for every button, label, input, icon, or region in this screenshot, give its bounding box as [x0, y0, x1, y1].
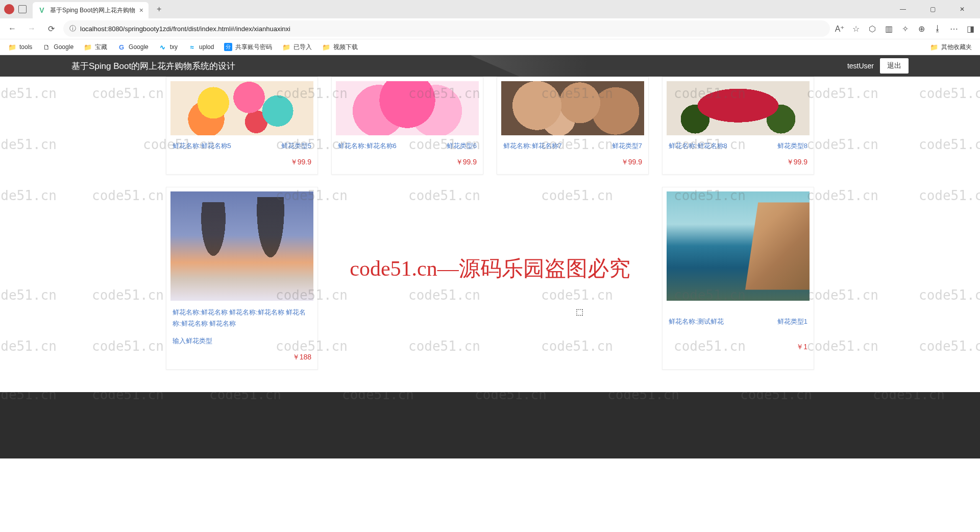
bookmark-other[interactable]: 📁其他收藏夹 [927, 41, 975, 54]
window-controls-left [4, 4, 27, 14]
product-card[interactable]: 鲜花名称:鲜花名称5 鲜花类型5 ￥99.9 [166, 77, 318, 175]
product-type-link[interactable]: 鲜花类型8 [777, 141, 807, 151]
product-type-link[interactable]: 鲜花类型1 [777, 317, 807, 326]
product-meta: 鲜花名称:鲜花名称 鲜花名称:鲜花名称 鲜花名称:鲜花名称 鲜花名称 输入鲜花类… [170, 301, 313, 348]
new-tab-button[interactable]: + [153, 3, 165, 16]
product-name-link[interactable]: 鲜花名称:鲜花名称7 [503, 141, 562, 151]
favorite-icon[interactable]: ☆ [851, 24, 861, 33]
window-controls-right: — ▢ ✕ [891, 1, 976, 17]
google-icon: G [117, 43, 126, 51]
product-card[interactable]: 鲜花名称:鲜花名称8 鲜花类型8 ￥99.9 [662, 77, 814, 175]
product-card[interactable]: 鲜花名称:鲜花名称 鲜花名称:鲜花名称 鲜花名称:鲜花名称 鲜花名称 输入鲜花类… [166, 187, 318, 370]
product-price: ￥99.9 [667, 153, 810, 170]
sidebar-icon[interactable]: ▥ [884, 24, 893, 33]
nav-refresh-button[interactable]: ⟳ [44, 21, 58, 36]
split-icon[interactable]: ◨ [966, 24, 975, 33]
bookmarks-bar: 📁tools 🗋Google 📁宝藏 GGoogle ∿txy ≈uplod 分… [0, 39, 980, 55]
product-image [336, 81, 479, 135]
product-meta: 鲜花名称:鲜花名称6 鲜花类型6 [336, 135, 479, 153]
nav-back-button[interactable]: ← [5, 21, 19, 36]
favorites-bar-icon[interactable]: ✧ [900, 24, 910, 33]
browser-chrome: V 基于Sping Boot的网上花卉购物 × + — ▢ ✕ ← → ⟳ ⓘ … [0, 0, 980, 56]
product-price: ￥99.9 [170, 153, 313, 170]
url-text: localhost:8080/springbooty1zdi/front/dis… [80, 25, 290, 33]
uplod-icon: ≈ [188, 43, 196, 51]
product-image [170, 81, 313, 135]
bookmark-tools[interactable]: 📁tools [5, 41, 35, 53]
share-icon: 分 [224, 43, 232, 51]
bookmark-uplod[interactable]: ≈uplod [185, 41, 217, 53]
product-name-link[interactable]: 鲜花名称:测试鲜花 [669, 317, 724, 326]
address-bar: ← → ⟳ ⓘ localhost:8080/springbooty1zdi/f… [0, 18, 980, 39]
product-name-link[interactable]: 鲜花名称:鲜花名称6 [338, 141, 397, 151]
page-viewport[interactable]: 基于Sping Boot的网上花卉购物系统的设计 testUser 退出 cod… [0, 55, 980, 532]
bookmark-google[interactable]: GGoogle [114, 41, 152, 53]
page-icon: 🗋 [42, 43, 51, 51]
product-price: ￥99.9 [336, 153, 479, 170]
address-bar-icons: A⁺ ☆ ⬡ ▥ ✧ ⊕ ⭳ ⋯ ◨ [835, 24, 975, 33]
product-type-link[interactable]: 鲜花类型6 [447, 141, 477, 151]
header-user: testUser 退出 [847, 58, 909, 74]
product-name-link[interactable]: 鲜花名称:鲜花名称 鲜花名称:鲜花名称 鲜花名称:鲜花名称 鲜花名称 [173, 307, 311, 329]
text-size-icon[interactable]: A⁺ [835, 24, 844, 33]
product-image [501, 81, 644, 135]
username[interactable]: testUser [847, 62, 874, 70]
folder-icon: 📁 [930, 43, 938, 51]
url-input[interactable]: ⓘ localhost:8080/springbooty1zdi/front/d… [63, 20, 830, 37]
product-type-link[interactable]: 鲜花类型5 [281, 141, 311, 151]
collections-icon[interactable]: ⊕ [917, 24, 926, 33]
profile-icon[interactable] [4, 4, 14, 14]
bookmark-share[interactable]: 分共享账号密码 [221, 41, 275, 54]
extensions-icon[interactable]: ⬡ [868, 24, 877, 33]
product-image [170, 191, 313, 301]
logout-button[interactable]: 退出 [880, 58, 909, 74]
product-image [667, 81, 810, 135]
product-name-link[interactable]: 鲜花名称:鲜花名称5 [173, 141, 231, 151]
menu-icon[interactable]: ⋯ [949, 24, 959, 33]
tab-bar: V 基于Sping Boot的网上花卉购物 × + — ▢ ✕ [0, 0, 980, 18]
bookmark-imported[interactable]: 📁已导入 [279, 41, 315, 54]
page-body: 基于Sping Boot的网上花卉购物系统的设计 testUser 退出 cod… [0, 55, 980, 532]
bookmark-treasure[interactable]: 📁宝藏 [81, 41, 110, 54]
site-info-icon[interactable]: ⓘ [69, 24, 76, 33]
txy-icon: ∿ [159, 43, 167, 51]
bookmark-txy[interactable]: ∿txy [156, 41, 181, 53]
product-type-link[interactable]: 鲜花类型7 [612, 141, 642, 151]
folder-icon: 📁 [8, 43, 16, 51]
site-footer [0, 392, 980, 458]
product-price: ￥99.9 [501, 153, 644, 170]
tab-close-icon[interactable]: × [139, 6, 143, 14]
product-grid-row2: 鲜花名称:鲜花名称 鲜花名称:鲜花名称 鲜花名称:鲜花名称 鲜花名称 输入鲜花类… [0, 187, 980, 382]
vue-favicon-icon: V [38, 6, 46, 14]
tab-overview-icon[interactable] [18, 5, 27, 13]
bookmark-video[interactable]: 📁视频下载 [319, 41, 361, 54]
product-card[interactable]: 鲜花名称:测试鲜花 鲜花类型1 ￥1 [662, 187, 814, 370]
product-meta: 鲜花名称:鲜花名称7 鲜花类型7 [501, 135, 644, 153]
nav-forward-button[interactable]: → [24, 21, 39, 36]
window-minimize-button[interactable]: — [891, 1, 915, 17]
product-image [667, 191, 810, 301]
product-grid-row1: 鲜花名称:鲜花名称5 鲜花类型5 ￥99.9 鲜花名称:鲜花名称6 鲜花类型6 … [0, 77, 980, 187]
product-price: ￥188 [170, 348, 313, 365]
product-name-link[interactable]: 鲜花名称:鲜花名称8 [669, 141, 727, 151]
window-close-button[interactable]: ✕ [950, 1, 974, 17]
product-card[interactable]: 鲜花名称:鲜花名称7 鲜花类型7 ￥99.9 [497, 77, 649, 175]
product-type-link[interactable]: 输入鲜花类型 [173, 336, 311, 346]
site-header: 基于Sping Boot的网上花卉购物系统的设计 testUser 退出 [0, 55, 980, 77]
bookmark-google-page[interactable]: 🗋Google [39, 41, 77, 53]
window-maximize-button[interactable]: ▢ [921, 1, 944, 17]
folder-icon: 📁 [322, 43, 330, 51]
product-card[interactable]: 鲜花名称:鲜花名称6 鲜花类型6 ￥99.9 [331, 77, 483, 175]
product-meta: 鲜花名称:鲜花名称5 鲜花类型5 [170, 135, 313, 153]
folder-icon: 📁 [282, 43, 290, 51]
folder-icon: 📁 [84, 43, 92, 51]
product-meta: 鲜花名称:测试鲜花 鲜花类型1 [667, 301, 810, 328]
download-icon[interactable]: ⭳ [933, 24, 942, 33]
site-title: 基于Sping Boot的网上花卉购物系统的设计 [71, 60, 235, 72]
product-price: ￥1 [667, 328, 810, 355]
browser-tab-active[interactable]: V 基于Sping Boot的网上花卉购物 × [33, 2, 149, 18]
tab-title: 基于Sping Boot的网上花卉购物 [50, 6, 135, 15]
product-meta: 鲜花名称:鲜花名称8 鲜花类型8 [667, 135, 810, 153]
